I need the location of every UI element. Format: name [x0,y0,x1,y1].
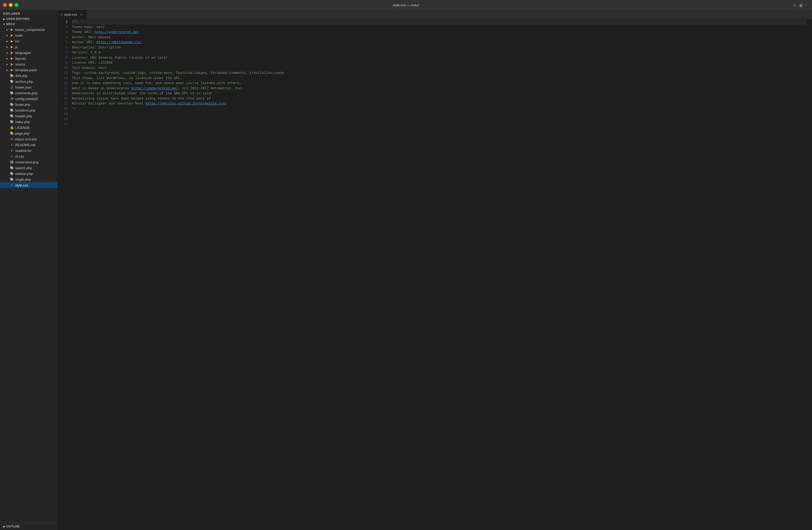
code-link[interactable]: http://underscores.me/ [95,30,140,34]
outline-section[interactable]: ▶ OUTLINE [0,522,58,530]
code-link[interactable]: https://mattdowney.co/ [97,40,142,44]
tab-label: style.css [64,13,77,16]
folder-chevron: ▶ [5,68,10,72]
explorer-header: EXPLORER [0,10,58,16]
code-line-19: Normalizing styles have been helped alon… [72,96,807,101]
line-number-7: 7 [63,50,68,55]
sidebar-item-search.php[interactable]: 🐘 search.php [0,165,58,171]
code-line-11: Tags: custom-background, custom-logo, cu… [72,70,807,76]
open-editors-chevron: ▶ [2,17,6,21]
file-icon-page.php: 🐘 [10,131,14,136]
code-line-14: Use it to make something cool, have fun,… [72,81,807,86]
line-numbers: 123456789101112131415161718192021 [58,19,72,530]
sidebar-item-single.php[interactable]: 🐘 single.php [0,177,58,182]
code-link[interactable]: https://underscores.me/ [131,86,178,90]
code-link[interactable]: https://necolas.github.io/normalize.css/ [145,102,227,106]
sidebar-item-footer.php[interactable]: 🐘 footer.php [0,102,58,107]
remote-explorer-icon[interactable]: ⊙ [793,3,796,8]
line-number-3: 3 [63,30,68,35]
line-number-10: 10 [63,66,68,71]
root-folder[interactable]: ▼ MDV2 [0,22,58,27]
tab-close-button[interactable]: × [79,12,84,17]
sidebar-item-404.php[interactable]: 🐘 404.php [0,73,58,79]
sidebar-item-rtl.css[interactable]: # rtl.css [0,153,58,159]
sidebar-item-archive.php[interactable]: 🐘 archive.php [0,79,58,84]
sidebar-item-style.css[interactable]: # style.css [0,182,58,188]
sidebar-item-label: README.md [15,143,58,147]
code-line-16: mdv2 is based on Underscores https://und… [72,86,807,91]
style-css-tab[interactable]: # style.css × [58,10,87,19]
tab-bar: # style.css × [58,10,812,19]
title-bar: style.css — mdv2 ⊙ ▣ ··· [0,0,812,10]
file-icon-single.php: 🐘 [10,177,14,182]
sidebar-item-label: LICENSE [15,126,58,130]
more-actions-icon[interactable]: ··· [806,3,809,7]
file-icon-style.css: # [10,183,14,187]
sidebar-item-sidebar.php[interactable]: 🐘 sidebar.php [0,171,58,177]
sidebar-item-build[interactable]: ▶ ▶ build [0,32,58,38]
sidebar-item-label: screenshot.png [15,160,58,164]
title-bar-actions: ⊙ ▣ ··· [793,3,809,8]
sidebar-item-functions.php[interactable]: 🐘 functions.php [0,107,58,113]
traffic-lights [3,3,18,7]
outline-header[interactable]: ▶ OUTLINE [3,525,54,528]
file-icon-bower_components: ▶ [10,27,14,32]
sidebar-item-index.php[interactable]: 🐘 index.php [0,119,58,125]
sidebar-item-label: config.codekit3 [15,97,58,101]
sidebar-item-readme.txt[interactable]: ≡ readme.txt [0,148,58,153]
sidebar-item-template-parts[interactable]: ▶ ▶ template-parts [0,67,58,73]
sidebar-item-bower.json[interactable]: {} bower.json [0,84,58,90]
file-icon-archive.php: 🐘 [10,79,14,84]
folder-chevron: ▶ [5,62,10,66]
sidebar-item-source[interactable]: ▶ ▶ source [0,61,58,67]
line-number-1: 1 [63,19,68,25]
code-line-21: */ [72,106,807,112]
line-number-5: 5 [63,40,68,45]
minimize-button[interactable] [9,3,13,7]
code-line-13: This theme, like WordPress, is licensed … [72,76,807,81]
file-icon-phpcs.xml.dist: ⚙ [10,137,14,141]
folder-chevron: ▶ [5,39,10,43]
sidebar-item-page.php[interactable]: 🐘 page.php [0,130,58,136]
sidebar-item-languages[interactable]: ▶ ▶ languages [0,50,58,56]
sidebar-item-README.md[interactable]: ℹ README.md [0,142,58,148]
sidebar-item-phpcs.xml.dist[interactable]: ⚙ phpcs.xml.dist [0,136,58,142]
sidebar-item-label: rtl.css [15,154,58,158]
layout-icon[interactable]: ▣ [799,3,803,8]
open-editors-section[interactable]: ▶ OPEN EDITORS [0,16,58,22]
root-label: MDV2 [6,23,58,26]
code-line-1: /*! [72,19,807,25]
sidebar-item-screenshot.png[interactable]: 🖼 screenshot.png [0,159,58,165]
editor-content[interactable]: 123456789101112131415161718192021 /*!The… [58,19,812,530]
sidebar-item-label: js [15,45,58,49]
close-button[interactable] [3,3,7,7]
sidebar-item-label: page.php [15,131,58,135]
sidebar-item-bower_components[interactable]: ▶ ▶ bower_components [0,27,58,32]
sidebar-item-header.php[interactable]: 🐘 header.php [0,113,58,119]
file-icon-README.md: ℹ [10,142,14,147]
sidebar-item-comments.php[interactable]: 🐘 comments.php [0,90,58,96]
folder-chevron: ▶ [5,33,10,38]
sidebar-item-layouts[interactable]: ▶ ▶ layouts [0,56,58,61]
sidebar-item-LICENSE[interactable]: 🔒 LICENSE [0,125,58,130]
sidebar-item-label: inc [15,39,58,43]
outline-label: OUTLINE [6,525,20,528]
root-chevron: ▼ [2,22,6,26]
open-editors-label: OPEN EDITORS [6,17,58,20]
file-icon-screenshot.png: 🖼 [10,160,14,165]
file-icon-rtl.css: # [10,154,14,159]
line-number-8: 8 [63,55,68,60]
sidebar-item-config.codekit3[interactable]: ⚙ config.codekit3 [0,96,58,102]
sidebar-item-js[interactable]: ▶ ▶ js [0,44,58,50]
window-title: style.css — mdv2 [393,3,419,7]
sidebar-item-inc[interactable]: ▶ ▶ inc [0,38,58,44]
sidebar-item-label: layouts [15,57,58,60]
sidebar-item-label: style.css [15,183,58,187]
file-icon-source: ▶ [10,62,14,67]
line-number-13: 13 [63,81,68,86]
line-number-9: 9 [63,60,68,66]
sidebar-item-label: comments.php [15,91,58,95]
maximize-button[interactable] [15,3,18,7]
line-number-6: 6 [63,45,68,50]
code-line-3: Theme URI: http://underscores.me/ [72,30,807,35]
